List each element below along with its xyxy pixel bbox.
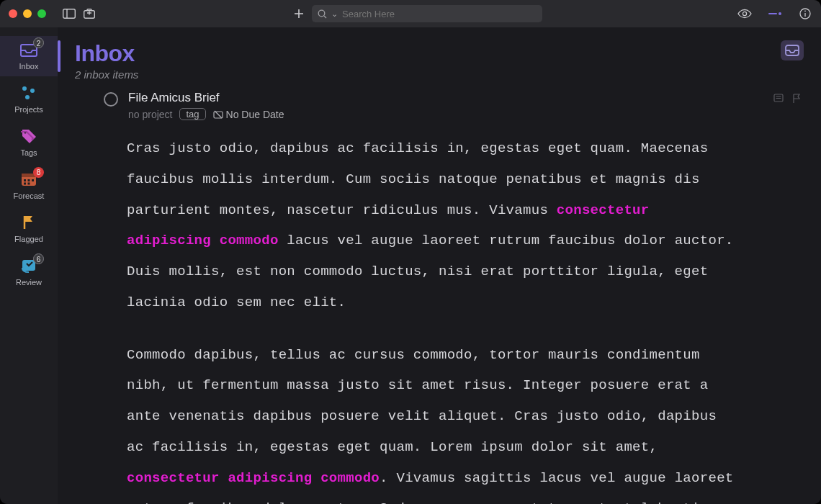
forecast-badge: 8: [33, 167, 44, 178]
flagged-icon: [18, 213, 40, 232]
new-item-button[interactable]: [292, 6, 306, 21]
sidebar-item-label: Inbox: [19, 62, 39, 71]
svg-point-7: [318, 10, 325, 17]
task-title[interactable]: File Amicus Brief: [128, 91, 761, 105]
svg-rect-10: [768, 13, 777, 14]
calendar-crossed-icon: [213, 110, 223, 119]
view-header: Inbox 2 inbox items: [58, 27, 821, 88]
svg-rect-23: [32, 179, 34, 181]
sidebar-item-review[interactable]: 6 Review: [0, 252, 58, 292]
sidebar-item-label: Flagged: [14, 235, 43, 243]
window-controls: [9, 9, 46, 18]
svg-point-17: [25, 95, 30, 99]
sidebar-item-projects[interactable]: Projects: [0, 79, 58, 120]
toggle-inspector-button[interactable]: [781, 40, 804, 60]
sidebar-item-forecast[interactable]: 8 Forecast: [0, 166, 58, 206]
svg-rect-25: [28, 183, 30, 185]
task-meta: no project tag No Due Date: [128, 108, 761, 120]
projects-icon: [18, 84, 40, 102]
search-chevron-icon: ⌄: [331, 9, 338, 19]
task-project[interactable]: no project: [128, 109, 172, 120]
search-icon: [318, 9, 327, 19]
page-title: Inbox: [75, 40, 138, 67]
forecast-icon: 8: [18, 170, 40, 189]
info-icon[interactable]: [798, 6, 812, 21]
sidebar-item-label: Review: [16, 278, 42, 287]
svg-point-14: [804, 10, 806, 12]
app-window: ⌄ 2 Inbox: [0, 0, 821, 504]
window-body: 2 Inbox Projects Tags 8: [0, 27, 821, 504]
main-pane: Inbox 2 inbox items: [58, 27, 821, 504]
note-paragraph-1: Cras justo odio, dapibus ac facilisis in…: [127, 133, 739, 318]
task-row[interactable]: File Amicus Brief no project tag No Due …: [75, 88, 804, 120]
focus-icon[interactable]: [768, 6, 782, 21]
task-checkbox[interactable]: [104, 92, 118, 107]
flag-outline-icon[interactable]: [792, 94, 804, 105]
note-paragraph-2: Commodo dapibus, tellus ac cursus commod…: [127, 340, 739, 505]
sidebar-item-flagged[interactable]: Flagged: [0, 209, 58, 249]
sidebar-item-label: Forecast: [14, 192, 45, 200]
tags-icon: [18, 127, 40, 145]
minimize-window-button[interactable]: [23, 9, 32, 18]
zoom-window-button[interactable]: [37, 9, 46, 18]
search-input[interactable]: [342, 9, 537, 19]
svg-rect-24: [24, 183, 26, 185]
sidebar-item-tags[interactable]: Tags: [0, 122, 58, 163]
toolbar: ⌄: [0, 0, 821, 27]
svg-rect-21: [24, 179, 26, 181]
note-highlight: consectetur adipiscing commodo: [127, 470, 380, 486]
sidebar-item-label: Tags: [20, 148, 37, 157]
sidebar: 2 Inbox Projects Tags 8: [0, 27, 58, 504]
task-tag[interactable]: tag: [179, 108, 205, 120]
sidebar-item-inbox[interactable]: 2 Inbox: [0, 36, 58, 76]
svg-point-11: [779, 12, 781, 15]
svg-rect-22: [28, 179, 30, 181]
svg-point-9: [743, 12, 746, 15]
page-subtitle: 2 inbox items: [75, 68, 138, 81]
content-scroll[interactable]: File Amicus Brief no project tag No Due …: [58, 88, 821, 504]
svg-rect-0: [63, 9, 76, 19]
task-due[interactable]: No Due Date: [213, 109, 284, 120]
search-field[interactable]: ⌄: [312, 5, 542, 22]
task-corner-icons: [773, 94, 804, 105]
inbox-icon: 2: [18, 40, 40, 59]
review-icon: 6: [18, 256, 40, 275]
svg-line-8: [324, 16, 326, 18]
quick-open-button[interactable]: [82, 6, 97, 21]
close-window-button[interactable]: [9, 9, 17, 18]
toggle-sidebar-button[interactable]: [62, 6, 76, 21]
task-note[interactable]: Cras justo odio, dapibus ac facilisis in…: [127, 133, 739, 504]
svg-point-15: [22, 86, 27, 91]
inbox-badge: 2: [33, 37, 44, 48]
sidebar-item-label: Projects: [14, 105, 43, 114]
review-badge: 6: [33, 253, 44, 264]
note-indicator-icon[interactable]: [773, 94, 785, 105]
svg-point-16: [30, 89, 35, 93]
toolbar-right: [737, 6, 812, 21]
eye-icon[interactable]: [737, 6, 752, 21]
